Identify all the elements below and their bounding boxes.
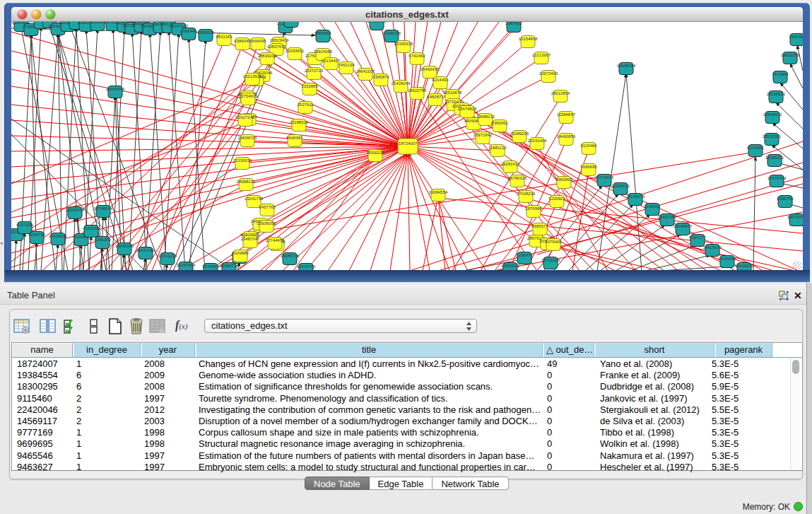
svg-text:20372723: 20372723	[305, 69, 324, 73]
svg-text:22744459: 22744459	[266, 238, 285, 243]
svg-text:8811165: 8811165	[216, 35, 233, 39]
svg-text:28988101: 28988101	[237, 180, 256, 184]
svg-text:19688132: 19688132	[476, 115, 495, 119]
svg-text:29281417: 29281417	[501, 162, 520, 166]
svg-text:28012854: 28012854	[551, 91, 570, 95]
svg-text:8224730: 8224730	[28, 233, 45, 237]
svg-text:15157347: 15157347	[170, 24, 189, 28]
svg-text:23487347: 23487347	[241, 237, 260, 241]
svg-text:9214491: 9214491	[432, 78, 449, 82]
svg-text:19523409: 19523409	[270, 38, 289, 42]
svg-text:16415740: 16415740	[297, 264, 316, 269]
svg-text:8369062: 8369062	[491, 121, 508, 125]
svg-text:10973493: 10973493	[539, 71, 558, 76]
svg-text:26780325: 26780325	[508, 176, 527, 180]
svg-text:4112034: 4112034	[83, 226, 100, 230]
svg-text:29699700: 29699700	[238, 136, 257, 140]
svg-text:21257684: 21257684	[177, 263, 196, 267]
svg-text:8396759: 8396759	[777, 197, 794, 201]
svg-text:9699695: 9699695	[580, 165, 597, 169]
svg-text:6457765: 6457765	[259, 205, 276, 209]
svg-text:8215955: 8215955	[747, 146, 764, 150]
svg-text:25089205: 25089205	[510, 132, 529, 136]
svg-text:22806503: 22806503	[763, 112, 782, 117]
svg-text:2066449: 2066449	[180, 29, 197, 33]
svg-text:8079409: 8079409	[545, 240, 562, 244]
svg-text:11881122: 11881122	[488, 146, 507, 150]
svg-text:2087662: 2087662	[505, 22, 522, 25]
svg-text:12213967: 12213967	[532, 53, 551, 57]
svg-text:25465435: 25465435	[420, 67, 440, 71]
svg-text:26053346: 26053346	[106, 87, 125, 91]
svg-text:16510878: 16510878	[443, 90, 462, 95]
svg-text:13045349: 13045349	[115, 244, 134, 248]
svg-text:9875847: 9875847	[202, 264, 219, 269]
svg-text:22306335: 22306335	[394, 42, 413, 46]
svg-text:29914085: 29914085	[314, 49, 333, 54]
svg-text:9983893: 9983893	[555, 177, 572, 182]
svg-text:12541238: 12541238	[158, 254, 177, 258]
svg-text:25485735: 25485735	[281, 254, 300, 258]
svg-text:7671884: 7671884	[772, 72, 789, 76]
svg-text:3333883: 3333883	[301, 84, 318, 88]
svg-text:8806804: 8806804	[314, 31, 331, 35]
svg-text:10327246: 10327246	[236, 115, 255, 119]
svg-text:19285201: 19285201	[765, 156, 784, 160]
svg-text:28830202: 28830202	[258, 54, 277, 58]
svg-text:16213925: 16213925	[243, 74, 262, 78]
svg-text:8646997: 8646997	[286, 136, 303, 140]
svg-text:27038236: 27038236	[517, 192, 536, 196]
svg-text:20772475: 20772475	[595, 175, 614, 180]
svg-text:15076749: 15076749	[767, 176, 787, 180]
svg-text:7452134: 7452134	[338, 63, 355, 67]
svg-text:4389045: 4389045	[234, 39, 251, 43]
svg-text:3644095: 3644095	[249, 39, 266, 43]
svg-text:17956909: 17956909	[367, 22, 387, 23]
svg-text:9115460: 9115460	[581, 144, 598, 148]
svg-text:6482877: 6482877	[427, 95, 444, 99]
svg-text:3220921: 3220921	[548, 197, 565, 201]
svg-text:10334531: 10334531	[611, 184, 630, 188]
svg-text:18724007: 18724007	[399, 141, 418, 146]
svg-text:16072954: 16072954	[787, 215, 803, 219]
svg-text:4245263: 4245263	[94, 238, 111, 242]
svg-text:29437192: 29437192	[136, 248, 155, 252]
svg-text:26618611: 26618611	[49, 234, 68, 238]
svg-text:6357277: 6357277	[689, 235, 706, 240]
svg-text:5188470: 5188470	[516, 253, 533, 257]
svg-text:19384554: 19384554	[429, 190, 448, 194]
svg-text:1999828: 1999828	[197, 30, 214, 35]
svg-text:22330030: 22330030	[233, 158, 252, 163]
svg-text:6742460: 6742460	[408, 54, 425, 58]
svg-text:3395870: 3395870	[372, 75, 389, 79]
svg-text:24532561: 24532561	[763, 134, 782, 139]
svg-text:13754919: 13754919	[239, 94, 258, 98]
svg-text:8029889: 8029889	[232, 251, 249, 255]
svg-text:22474828: 22474828	[458, 107, 477, 111]
svg-text:18922760: 18922760	[408, 88, 427, 93]
svg-text:2876966: 2876966	[525, 206, 542, 211]
svg-text:19832259: 19832259	[781, 53, 800, 57]
svg-text:24425670: 24425670	[703, 245, 722, 250]
svg-text:23188315: 23188315	[290, 120, 309, 124]
svg-text:18300295: 18300295	[366, 151, 385, 155]
svg-text:18992829: 18992829	[501, 264, 520, 268]
svg-text:20031404: 20031404	[528, 139, 547, 143]
svg-text:10154808: 10154808	[519, 37, 538, 41]
svg-text:21439044: 21439044	[392, 81, 411, 86]
svg-text:11584847: 11584847	[557, 112, 576, 117]
svg-text:1890399: 1890399	[789, 35, 803, 39]
svg-text:28082730: 28082730	[220, 264, 239, 268]
svg-text:1218062: 1218062	[644, 204, 661, 209]
svg-text:12416912: 12416912	[735, 264, 754, 268]
svg-text:12294238: 12294238	[66, 208, 85, 212]
svg-text:2537611: 2537611	[298, 103, 314, 107]
svg-text:16648784: 16648784	[617, 64, 636, 68]
svg-text:28038807: 28038807	[673, 224, 693, 228]
svg-text:8685577: 8685577	[531, 224, 548, 228]
svg-text:28159979: 28159979	[626, 194, 645, 199]
svg-text:26461350: 26461350	[658, 215, 677, 219]
svg-text:25025631: 25025631	[767, 92, 786, 96]
svg-text:13241736: 13241736	[245, 197, 264, 201]
svg-text:14460856: 14460856	[557, 134, 576, 139]
